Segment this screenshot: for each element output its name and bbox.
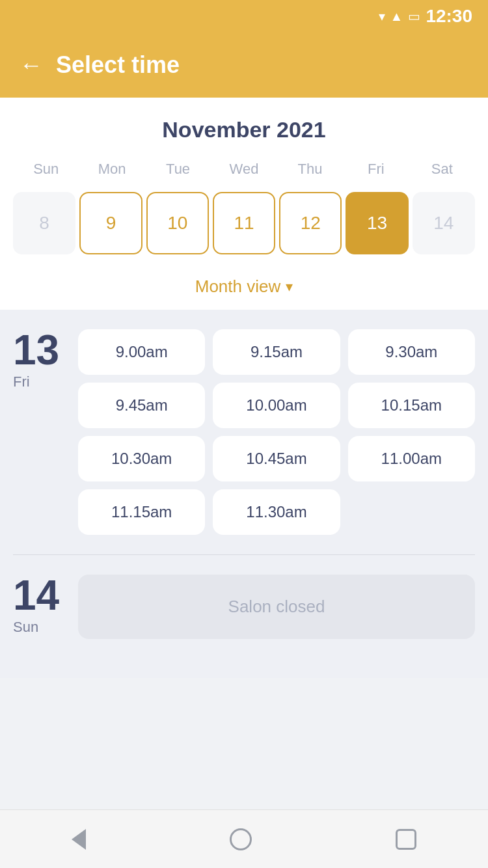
time-slot-1015[interactable]: 10.15am: [348, 383, 475, 428]
nav-home-icon: [230, 828, 252, 850]
weekday-tue: Tue: [145, 156, 211, 183]
nav-recent-icon: [396, 829, 416, 850]
salon-closed-box: Salon closed: [78, 575, 475, 639]
weekday-sat: Sat: [409, 156, 475, 183]
day-name-13: Fri: [13, 373, 30, 390]
weekday-sun: Sun: [13, 156, 79, 183]
time-slot-1000[interactable]: 10.00am: [213, 383, 340, 428]
weekday-fri: Fri: [343, 156, 409, 183]
signal-icon: ▲: [390, 9, 403, 24]
day-block-14: 14 Sun Salon closed: [13, 554, 475, 639]
days-row: 8 9 10 11 12 13 14: [13, 189, 475, 267]
day-header-13: 13 Fri: [13, 329, 72, 390]
day-number-13: 13: [13, 329, 59, 371]
calendar-section: November 2021 Sun Mon Tue Wed Thu Fri Sa…: [0, 98, 488, 310]
status-bar: ▾ ▲ ▭ 12:30: [0, 0, 488, 33]
time-section: 13 Fri 9.00am 9.15am 9.30am 9.45am 10.00…: [0, 310, 488, 678]
time-slot-1130[interactable]: 11.30am: [213, 489, 340, 535]
back-button[interactable]: ←: [20, 53, 43, 77]
nav-home-button[interactable]: [230, 828, 252, 850]
time-slots-13: 9.00am 9.15am 9.30am 9.45am 10.00am 10.1…: [78, 329, 475, 535]
time-slot-945[interactable]: 9.45am: [78, 383, 205, 428]
day-13[interactable]: 13: [346, 192, 408, 254]
time-slot-1115[interactable]: 11.15am: [78, 489, 205, 535]
month-view-toggle[interactable]: Month view ▾: [13, 267, 475, 310]
month-view-label: Month view: [195, 277, 281, 297]
day-block-13: 13 Fri 9.00am 9.15am 9.30am 9.45am 10.00…: [13, 329, 475, 535]
header: ← Select time: [0, 33, 488, 98]
time-slot-1030[interactable]: 10.30am: [78, 436, 205, 481]
time-slot-1045[interactable]: 10.45am: [213, 436, 340, 481]
weekday-wed: Wed: [211, 156, 277, 183]
calendar-month: November 2021: [13, 117, 475, 142]
day-11[interactable]: 11: [213, 192, 275, 254]
page-title: Select time: [56, 51, 180, 79]
day-header-14: 14 Sun: [13, 575, 72, 636]
day-8[interactable]: 8: [13, 192, 75, 254]
nav-bar: [0, 809, 488, 868]
status-icons: ▾ ▲ ▭ 12:30: [379, 6, 472, 27]
time-slot-930[interactable]: 9.30am: [348, 329, 475, 375]
time-slot-915[interactable]: 9.15am: [213, 329, 340, 375]
day-number-14: 14: [13, 575, 59, 616]
chevron-down-icon: ▾: [286, 278, 293, 295]
time-slot-1100[interactable]: 11.00am: [348, 436, 475, 481]
status-time: 12:30: [426, 6, 472, 27]
day-9[interactable]: 9: [79, 192, 142, 254]
nav-back-icon: [72, 829, 86, 850]
day-12[interactable]: 12: [279, 192, 342, 254]
weekday-row: Sun Mon Tue Wed Thu Fri Sat: [13, 156, 475, 183]
day-14[interactable]: 14: [413, 192, 475, 254]
day-name-14: Sun: [13, 619, 38, 636]
nav-recent-button[interactable]: [396, 829, 416, 850]
wifi-icon: ▾: [379, 8, 385, 24]
time-slot-900[interactable]: 9.00am: [78, 329, 205, 375]
nav-back-button[interactable]: [72, 829, 86, 850]
weekday-thu: Thu: [277, 156, 343, 183]
battery-icon: ▭: [408, 8, 420, 24]
day-10[interactable]: 10: [146, 192, 209, 254]
weekday-mon: Mon: [79, 156, 144, 183]
